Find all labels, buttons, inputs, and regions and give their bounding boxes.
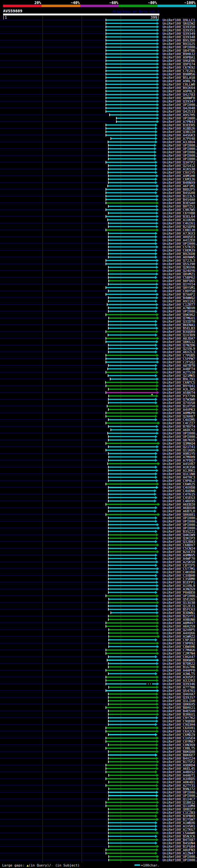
start-tick: [106, 764, 106, 766]
alignment-bar: [108, 812, 156, 813]
arrow-right-icon: [155, 825, 158, 828]
gridline: [42, 16, 43, 863]
start-tick: [108, 795, 109, 797]
start-tick: [106, 107, 106, 109]
start-tick: [106, 22, 106, 25]
arrow-right-icon: [156, 195, 159, 198]
start-tick: [108, 557, 109, 560]
alignment-bar: [108, 426, 156, 427]
alignment-bar: [108, 233, 155, 234]
alignment-bar: [108, 158, 154, 159]
start-tick: [106, 93, 106, 96]
start-tick: [108, 490, 109, 492]
arrow-right-icon: [156, 293, 159, 296]
alignment-bar: [111, 429, 157, 430]
alignment-bar: [108, 148, 154, 149]
arrow-right-icon: [156, 703, 159, 706]
alignment-bar: [108, 399, 155, 400]
start-tick: [106, 70, 106, 72]
arrow-right-icon: [157, 93, 159, 96]
arrow-right-icon: [156, 218, 159, 221]
start-tick: [106, 415, 106, 417]
start-tick: [108, 236, 109, 238]
start-tick: [108, 554, 109, 556]
arrow-right-icon: [155, 367, 158, 370]
alignment-bar: [108, 792, 156, 793]
start-tick: [106, 412, 106, 414]
alignment-bar: [108, 541, 155, 542]
alignment-bar: [106, 450, 157, 451]
arrow-right-icon: [156, 584, 159, 587]
arrow-right-icon: [156, 208, 159, 211]
start-tick: [106, 391, 106, 394]
arrow-right-icon: [154, 157, 157, 160]
arrow-right-icon: [156, 215, 159, 218]
start-tick: [108, 317, 109, 319]
alignment-bar: [108, 270, 156, 271]
arrow-right-icon: [155, 127, 158, 130]
start-tick: [108, 527, 109, 529]
alignment-bar: [108, 710, 157, 712]
arrow-right-icon: [156, 327, 159, 330]
start-tick: [106, 59, 106, 62]
alignment-bar: [108, 250, 155, 251]
arrow-right-icon: [157, 645, 159, 648]
start-tick: [106, 331, 106, 333]
start-tick: [108, 178, 109, 180]
alignment-bar: [108, 663, 156, 664]
arrow-right-icon: [157, 523, 159, 526]
alignment-bar: [108, 616, 157, 617]
arrow-right-icon: [156, 340, 159, 343]
start-tick: [106, 354, 106, 356]
arrow-right-icon: [156, 303, 159, 306]
start-tick: [108, 632, 109, 634]
start-tick: [106, 293, 106, 296]
start-tick: [106, 777, 106, 780]
start-tick: [106, 767, 106, 770]
arrow-right-icon: [154, 147, 157, 150]
start-tick: [108, 239, 109, 241]
gap-legend-suffix: (in Subject): [53, 863, 80, 867]
alignment-bar: [108, 517, 155, 519]
alignment-bar: [106, 626, 156, 627]
arrow-right-icon: [158, 503, 160, 506]
start-tick: [108, 452, 109, 455]
arrow-right-icon: [154, 151, 157, 154]
alignment-bar: [109, 456, 155, 458]
start-tick: [106, 188, 106, 191]
start-tick: [108, 828, 109, 831]
start-tick: [108, 845, 109, 848]
alignment-bar: [108, 822, 155, 823]
arrow-right-icon: [156, 767, 159, 770]
start-tick: [106, 53, 106, 55]
alignment-bar: [108, 277, 155, 278]
start-tick: [106, 56, 106, 59]
start-tick: [108, 537, 109, 539]
alignment-bar: [108, 842, 155, 844]
arrow-right-icon: [158, 422, 160, 425]
alignment-bar: [108, 267, 156, 268]
alignment-bar: [108, 714, 157, 715]
alignment-bar: [109, 687, 156, 688]
start-tick: [108, 402, 109, 404]
identity-scale-segment: [158, 5, 196, 7]
start-tick: [108, 242, 109, 245]
arrow-right-icon: [155, 415, 158, 418]
start-tick: [106, 63, 106, 65]
arrow-right-icon: [156, 245, 159, 248]
start-tick: [106, 100, 106, 102]
alignment-bar: [108, 545, 157, 546]
alignment-bar: [108, 758, 156, 759]
alignment-bar: [106, 87, 157, 88]
arrow-right-icon: [157, 642, 159, 645]
arrow-right-icon: [155, 191, 158, 194]
start-tick: [107, 368, 108, 370]
start-tick: [107, 432, 108, 434]
start-tick: [106, 39, 106, 41]
start-tick: [108, 374, 108, 377]
arrow-right-icon: [157, 659, 159, 662]
start-tick: [108, 662, 109, 665]
arrow-right-icon: [157, 49, 159, 52]
arrow-right-icon: [157, 29, 159, 32]
start-tick: [106, 90, 106, 92]
